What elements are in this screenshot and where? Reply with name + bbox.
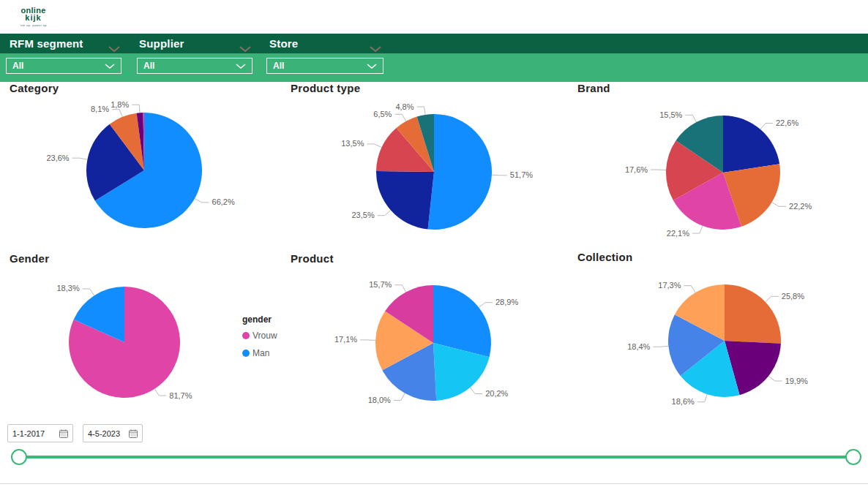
label-leader-line (72, 158, 88, 159)
pie-slice[interactable] (428, 114, 492, 230)
product-type-pie-chart[interactable]: 51,7%23,5%13,5%6,5%4,8% (285, 95, 575, 250)
chart-title-collection: Collection (577, 251, 633, 263)
pie-percent-label: 4,8% (395, 102, 414, 111)
company-logo: online kijk 'em op, power op (20, 7, 47, 27)
label-leader-line (154, 389, 166, 396)
label-leader-line (760, 124, 773, 129)
rfm-segment-dropdown[interactable]: All (6, 58, 121, 74)
slider-thumb-start[interactable] (11, 449, 27, 465)
label-leader-line (772, 203, 786, 207)
label-leader-line (394, 114, 405, 121)
pie-percent-label: 22,2% (789, 202, 812, 211)
label-leader-line (360, 340, 375, 341)
pie-percent-label: 17,3% (658, 281, 681, 290)
label-leader-line (132, 105, 140, 113)
pie-percent-label: 81,7% (169, 391, 192, 400)
calendar-icon[interactable] (129, 429, 138, 438)
pie-percent-label: 23,6% (46, 154, 69, 162)
chart-title-product: Product (291, 252, 334, 265)
category-pie-chart[interactable]: 66,2%23,6%8,1%1,8% (0, 95, 285, 250)
legend-item-vrouw[interactable]: Vrouw (242, 331, 277, 341)
pie-percent-label: 20,2% (485, 389, 508, 398)
label-leader-line (394, 285, 405, 292)
pie-percent-label: 66,2% (212, 197, 235, 206)
label-leader-line (692, 226, 703, 233)
pie-percent-label: 18,0% (368, 396, 391, 404)
label-leader-line (195, 198, 209, 202)
filter-label-supplier: Supplier (139, 37, 184, 50)
filter-header-bar (0, 34, 868, 53)
gender-pie-chart[interactable]: 81,7%18,3% (0, 265, 242, 420)
legend-label-vrouw: Vrouw (252, 331, 277, 341)
pie-percent-label: 18,4% (627, 342, 650, 351)
collection-pie-chart[interactable]: 25,8%19,9%18,6%18,4%17,3% (575, 265, 868, 420)
legend-item-man[interactable]: Man (242, 348, 277, 358)
legend-dot-man (242, 350, 250, 357)
filter-label-store: Store (269, 37, 298, 50)
label-leader-line (112, 110, 122, 117)
date-range-slider-track[interactable] (19, 456, 853, 458)
chevron-down-icon[interactable] (370, 42, 381, 55)
label-leader-line (394, 393, 405, 401)
chart-title-product-type: Product type (291, 82, 360, 94)
pie-percent-label: 18,3% (56, 284, 79, 292)
pie-percent-label: 15,5% (659, 110, 682, 119)
store-dropdown-value: All (273, 61, 284, 71)
gender-legend: gender Vrouw Man (242, 314, 277, 366)
label-leader-line (653, 346, 668, 347)
label-leader-line (697, 394, 707, 401)
chevron-down-icon (367, 64, 377, 69)
legend-dot-vrouw (242, 332, 250, 339)
logo-line2: kijk (20, 14, 47, 21)
pie-percent-label: 22,6% (776, 118, 798, 127)
label-leader-line (83, 289, 94, 295)
pie-percent-label: 18,6% (672, 397, 695, 406)
pie-percent-label: 19,9% (785, 377, 808, 385)
legend-title: gender (242, 314, 277, 325)
rfm-segment-dropdown-value: All (12, 61, 23, 71)
chevron-down-icon (105, 64, 115, 69)
logo-tagline: 'em op, power op (20, 23, 47, 27)
pie-slice[interactable] (723, 116, 779, 173)
pie-percent-label: 23,5% (351, 211, 374, 219)
chart-title-category: Category (10, 82, 59, 94)
supplier-dropdown-value: All (143, 61, 154, 71)
pie-percent-label: 13,5% (341, 139, 364, 148)
pie-slice[interactable] (376, 171, 434, 230)
start-date-value: 1-1-2017 (12, 429, 45, 438)
store-dropdown[interactable]: All (266, 58, 384, 74)
end-date-value: 4-5-2023 (88, 429, 120, 438)
bottom-divider (0, 483, 868, 484)
product-pie-chart[interactable]: 28,9%20,2%18,0%17,1%15,7% (285, 265, 575, 420)
label-leader-line (470, 388, 482, 393)
dashboard-canvas: online kijk 'em op, power op RFM segment… (0, 0, 868, 487)
brand-pie-chart[interactable]: 22,6%22,2%22,1%17,6%15,5% (575, 95, 868, 250)
label-leader-line (685, 115, 696, 122)
chevron-down-icon[interactable] (108, 42, 120, 55)
filter-label-rfm-segment: RFM segment (10, 37, 83, 50)
start-date-input[interactable]: 1-1-2017 (7, 424, 73, 442)
pie-percent-label: 1,8% (111, 100, 129, 109)
label-leader-line (416, 107, 425, 115)
label-leader-line (367, 144, 381, 148)
legend-label-man: Man (252, 348, 269, 358)
chevron-down-icon (236, 64, 246, 69)
calendar-icon[interactable] (59, 429, 68, 438)
pie-percent-label: 17,1% (334, 335, 357, 344)
slider-thumb-end[interactable] (845, 449, 861, 465)
label-leader-line (378, 210, 391, 215)
chart-title-gender: Gender (10, 252, 49, 265)
filter-dropdown-bar (0, 53, 868, 82)
pie-percent-label: 25,8% (782, 292, 804, 301)
supplier-dropdown[interactable]: All (137, 58, 252, 74)
label-leader-line (768, 376, 782, 381)
pie-percent-label: 17,6% (625, 165, 648, 174)
label-leader-line (479, 303, 493, 308)
end-date-input[interactable]: 4-5-2023 (83, 424, 143, 442)
pie-percent-label: 28,9% (495, 298, 518, 306)
pie-percent-label: 22,1% (667, 229, 689, 238)
pie-slice[interactable] (725, 284, 781, 344)
pie-percent-label: 51,7% (510, 170, 533, 179)
pie-percent-label: 8,1% (91, 105, 109, 113)
chevron-down-icon[interactable] (239, 42, 251, 55)
